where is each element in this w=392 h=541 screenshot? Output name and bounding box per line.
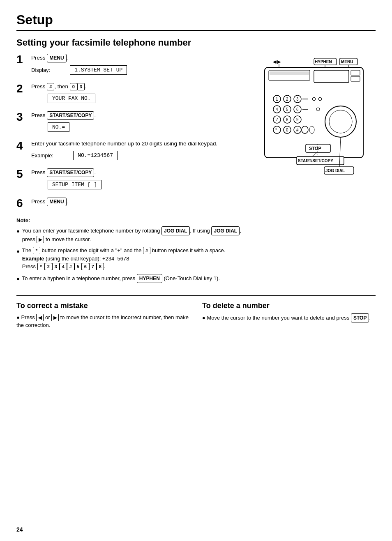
key-star: * bbox=[275, 128, 277, 132]
step-2-text: Press #, then 03. bbox=[31, 83, 252, 91]
step-1-display-row: Display: 1.SYSTEM SET UP bbox=[31, 64, 252, 76]
step-4-content: Enter your facsimile telephone number up… bbox=[31, 140, 252, 163]
svg-rect-4 bbox=[270, 71, 309, 75]
start-set-copy-key-3: START/SET/COPY bbox=[47, 111, 94, 120]
key-1: 1 bbox=[276, 97, 278, 101]
note-bullet-2: ● The * button replaces the digit with a… bbox=[16, 246, 252, 271]
key-6: 6 bbox=[296, 107, 299, 112]
jog-dial-key-note1a: JOG DIAL bbox=[161, 226, 190, 235]
jog-dial-key-note1b: JOG DIAL bbox=[211, 226, 240, 235]
hash-key-note: # bbox=[143, 247, 150, 254]
hyphen-key-note: HYPHEN bbox=[137, 274, 162, 283]
note-section: Note: ● You can enter your facsimile tel… bbox=[16, 216, 252, 283]
correct-mistake-col: To correct a mistake ● Press ◀ or ▶ to m… bbox=[16, 302, 190, 329]
step-3-display-row: NO.= bbox=[31, 121, 252, 133]
menu-label-diagram: MENU bbox=[341, 60, 353, 64]
start-set-copy-label-diagram: START/SET/COPY bbox=[298, 159, 333, 163]
note-bullet-2-text: The * button replaces the digit with a "… bbox=[22, 246, 252, 271]
key-8: 8 bbox=[286, 117, 288, 122]
correct-mistake-text: ● Press ◀ or ▶ to move the cursor to the… bbox=[16, 313, 190, 329]
bullet-dot-1: ● bbox=[16, 227, 20, 235]
hash-key-seq: # bbox=[67, 263, 74, 270]
step-4-example-label: Example: bbox=[31, 152, 53, 159]
step-1-num: 1 bbox=[16, 54, 31, 65]
note-bullet-3: ● To enter a hyphen in a telephone numbe… bbox=[16, 274, 252, 283]
four-key-seq: 4 bbox=[60, 263, 67, 270]
right-arrow-key-bottom: ▶ bbox=[51, 314, 59, 321]
delete-number-col: To delete a number ● Move the cursor to … bbox=[202, 302, 376, 329]
key-9: 9 bbox=[296, 117, 299, 122]
step-5-text: Press START/SET/COPY. bbox=[31, 168, 252, 177]
svg-point-18 bbox=[316, 108, 320, 111]
svg-point-22 bbox=[273, 126, 281, 134]
step-5: 5 Press START/SET/COPY. SETUP ITEM [ ] bbox=[16, 168, 252, 192]
delete-number-title: To delete a number bbox=[202, 302, 376, 310]
step-5-num: 5 bbox=[16, 168, 31, 180]
svg-point-13 bbox=[318, 97, 322, 101]
six-key-seq: 6 bbox=[82, 263, 89, 270]
key-4: 4 bbox=[276, 107, 278, 112]
note-bullet-3-text: To enter a hyphen in a telephone number,… bbox=[22, 274, 252, 283]
step-3: 3 Press START/SET/COPY. NO.= bbox=[16, 111, 252, 135]
star-key-seq: * bbox=[37, 263, 45, 270]
step-2: 2 Press #, then 03. YOUR FAX NO. bbox=[16, 83, 252, 106]
step-6-text: Press MENU. bbox=[31, 198, 252, 206]
step-3-text: Press START/SET/COPY. bbox=[31, 111, 252, 120]
hash-key: # bbox=[47, 83, 54, 90]
note-bullet-1-text: You can enter your facsimile telephone n… bbox=[22, 226, 252, 244]
step-2-display-row: YOUR FAX NO. bbox=[31, 92, 252, 104]
page-title: Setup bbox=[16, 12, 376, 31]
section-title: Setting your facsimile telephone number bbox=[16, 37, 376, 48]
fax-diagram-column: ◀/▶ HYPHEN MENU bbox=[261, 56, 376, 286]
bottom-section: To correct a mistake ● Press ◀ or ▶ to m… bbox=[16, 295, 376, 329]
step-3-content: Press START/SET/COPY. NO.= bbox=[31, 111, 252, 135]
two-key-seq: 2 bbox=[45, 263, 52, 270]
step-1-display-label: Display: bbox=[31, 67, 50, 73]
seven-key-seq: 7 bbox=[89, 263, 97, 270]
stop-label-diagram: STOP bbox=[309, 146, 321, 151]
key-hash: # bbox=[296, 128, 299, 132]
svg-point-26 bbox=[309, 126, 314, 134]
eight-key-seq: 8 bbox=[97, 263, 104, 270]
step-4-display-box: NO.=1234567 bbox=[73, 151, 118, 160]
steps-column: 1 Press MENU. Display: 1.SYSTEM SET UP 2… bbox=[16, 54, 252, 286]
page-number: 24 bbox=[16, 526, 23, 533]
svg-point-12 bbox=[312, 97, 316, 101]
three-key: 3 bbox=[77, 83, 85, 90]
note-bullet-1: ● You can enter your facsimile telephone… bbox=[16, 226, 252, 244]
arrow-label: ◀/▶ bbox=[273, 59, 281, 64]
svg-rect-6 bbox=[351, 70, 360, 75]
step-2-content: Press #, then 03. YOUR FAX NO. bbox=[31, 83, 252, 106]
step-2-display-box: YOUR FAX NO. bbox=[48, 94, 95, 103]
step-5-display-box: SETUP ITEM [ ] bbox=[48, 180, 101, 189]
step-4-text: Enter your facsimile telephone number up… bbox=[31, 140, 252, 148]
step-4-num: 4 bbox=[16, 140, 31, 152]
key-2: 2 bbox=[286, 97, 288, 101]
step-5-content: Press START/SET/COPY. SETUP ITEM [ ] bbox=[31, 168, 252, 192]
step-4: 4 Enter your facsimile telephone number … bbox=[16, 140, 252, 163]
step-6: 6 Press MENU. bbox=[16, 198, 252, 209]
svg-point-28 bbox=[329, 110, 352, 133]
delete-number-text: ● Move the cursor to the number you want… bbox=[202, 313, 376, 322]
three-key-seq: 3 bbox=[52, 263, 60, 270]
bullet-dot-2: ● bbox=[16, 247, 20, 256]
jog-dial-label-diagram: JOG DIAL bbox=[325, 168, 345, 173]
step-6-num: 6 bbox=[16, 198, 31, 209]
main-content: 1 Press MENU. Display: 1.SYSTEM SET UP 2… bbox=[16, 54, 376, 286]
step-1-display-box: 1.SYSTEM SET UP bbox=[70, 65, 127, 75]
key-3: 3 bbox=[296, 97, 299, 101]
right-arrow-key-note: ▶ bbox=[37, 236, 44, 243]
step-1-text: Press MENU. bbox=[31, 54, 252, 62]
fax-machine-diagram: ◀/▶ HYPHEN MENU bbox=[261, 56, 371, 205]
svg-rect-7 bbox=[351, 76, 360, 81]
step-4-display-row: Example: NO.=1234567 bbox=[31, 150, 252, 161]
star-key-note: * bbox=[33, 247, 40, 254]
step-3-display-box: NO.= bbox=[48, 122, 69, 132]
step-3-num: 3 bbox=[16, 111, 31, 123]
svg-point-25 bbox=[302, 126, 308, 134]
note-title: Note: bbox=[16, 216, 252, 225]
key-7: 7 bbox=[276, 117, 278, 122]
step-6-content: Press MENU. bbox=[31, 198, 252, 208]
correct-mistake-title: To correct a mistake bbox=[16, 302, 190, 310]
zero-key: 0 bbox=[70, 83, 77, 90]
